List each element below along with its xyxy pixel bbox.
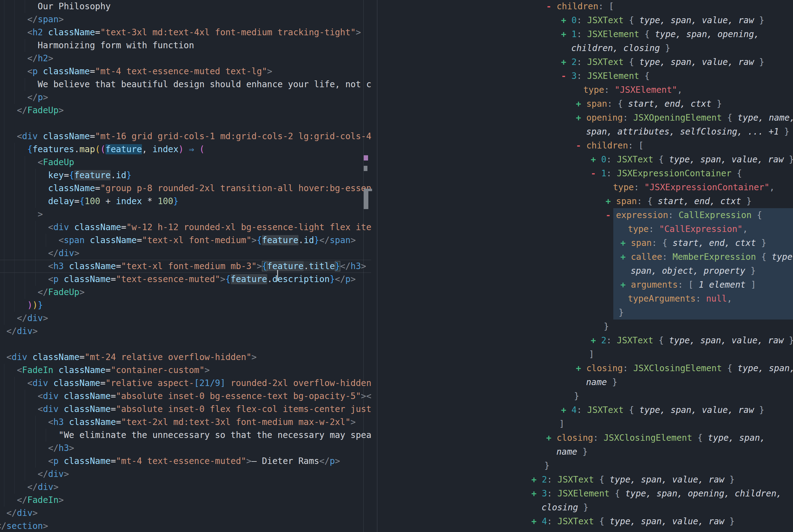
code-line[interactable]: </section> — [0, 520, 371, 532]
expand-toggle-icon[interactable]: + — [561, 29, 572, 39]
ast-node-line[interactable]: } — [377, 459, 793, 473]
expand-toggle-icon[interactable]: + — [546, 433, 557, 443]
ast-node-line[interactable]: + span: { start, end, ctxt } — [377, 236, 793, 250]
ast-node-line[interactable]: + 0: JSXText { type, span, value, raw } — [377, 13, 793, 27]
code-line[interactable]: </FadeIn> — [0, 494, 371, 507]
ast-node-line[interactable]: typeArguments: null, — [377, 292, 793, 306]
ast-node-line[interactable]: + 1: JSXElement { type, span, opening, — [377, 27, 793, 41]
code-line[interactable]: </h3> — [0, 442, 371, 455]
code-line[interactable]: Harmonizing form with function — [0, 39, 371, 52]
expand-toggle-icon[interactable]: + — [620, 238, 631, 248]
collapse-toggle-icon[interactable]: - — [546, 1, 557, 12]
collapse-toggle-icon[interactable]: - — [605, 210, 616, 220]
ast-explorer-panel[interactable]: - children: [+ 0: JSXText { type, span, … — [377, 0, 793, 532]
expand-toggle-icon[interactable]: + — [576, 363, 586, 373]
expand-toggle-icon[interactable]: + — [591, 335, 601, 345]
ast-node-line[interactable]: ] — [377, 417, 793, 431]
code-line[interactable]: <div className="absolute inset-0 bg-esse… — [0, 390, 371, 403]
ast-node-line[interactable]: + closing: JSXClosingElement { type, spa… — [377, 361, 793, 375]
expand-toggle-icon[interactable]: + — [531, 474, 542, 485]
code-line[interactable]: </FadeUp> — [0, 286, 371, 299]
ast-node-line[interactable]: + span: { start, end, ctxt } — [377, 97, 793, 111]
code-line[interactable]: <FadeIn className="container-custom"> — [0, 364, 371, 377]
ast-node-line[interactable]: + 2: JSXText { type, span, value, raw } — [377, 473, 793, 487]
code-line[interactable]: </p> — [0, 91, 371, 104]
ast-node-line[interactable]: + 2: JSXText { type, span, value, raw } — [377, 334, 793, 347]
code-line[interactable]: key={feature.id} — [0, 169, 371, 182]
expand-toggle-icon[interactable]: + — [576, 99, 586, 109]
ast-node-line[interactable]: children, closing } — [377, 41, 793, 55]
ast-node-line[interactable]: + closing: JSXClosingElement { type, spa… — [377, 431, 793, 445]
expand-toggle-icon[interactable]: + — [591, 154, 601, 165]
code-line[interactable]: className="group p-8 rounded-2xl transit… — [0, 182, 371, 195]
ast-node-line[interactable]: closing } — [377, 500, 793, 514]
ast-node-line[interactable]: + 4: JSXText { type, span, value, raw } — [377, 514, 793, 528]
code-line[interactable]: </FadeUp> — [0, 104, 371, 117]
code-line[interactable]: <div className="relative aspect-[21/9] r… — [0, 377, 371, 390]
code-line[interactable]: </div> — [0, 481, 371, 494]
code-line[interactable]: </div> — [0, 468, 371, 481]
code-line[interactable]: </div> — [0, 247, 371, 260]
expand-toggle-icon[interactable]: + — [561, 57, 572, 67]
ast-node-line[interactable]: - 1: JSXExpressionContainer { — [377, 166, 793, 180]
ast-node-line[interactable]: name } — [377, 445, 793, 459]
code-line[interactable]: > — [0, 208, 371, 221]
code-line[interactable]: Our Philosophy — [0, 0, 371, 13]
code-line[interactable] — [0, 338, 371, 351]
code-line[interactable]: <div className="mt-16 grid grid-cols-1 m… — [0, 130, 371, 143]
ast-node-line[interactable]: ] — [377, 347, 793, 361]
code-line[interactable]: <p className="mt-4 text-essence-muted">—… — [0, 455, 371, 468]
code-line[interactable] — [0, 117, 371, 130]
code-line[interactable]: <span className="text-xl font-medium">{f… — [0, 234, 371, 247]
ast-node-line[interactable]: + 3: JSXElement { type, span, opening, c… — [377, 487, 793, 500]
code-line[interactable]: delay={100 + index * 100} — [0, 195, 371, 208]
expand-toggle-icon[interactable]: + — [561, 405, 572, 415]
code-line[interactable]: </div> — [0, 325, 371, 338]
code-line[interactable]: </div> — [0, 312, 371, 325]
ast-node-line[interactable]: + callee: MemberExpression { type, — [377, 250, 793, 264]
code-line[interactable]: <p className="text-essence-muted">{featu… — [0, 273, 371, 286]
ast-node-line[interactable]: } — [377, 306, 793, 320]
collapse-toggle-icon[interactable]: - — [576, 140, 586, 151]
code-line[interactable]: <p className="mt-4 text-essence-muted te… — [0, 65, 371, 78]
code-editor-pane[interactable]: Our Philosophy </span> <h2 className="te… — [0, 0, 371, 532]
code-line[interactable]: We believe that beautiful design should … — [0, 78, 371, 91]
ast-node-line[interactable]: type: "CallExpression", — [377, 222, 793, 236]
ast-node-line[interactable]: - children: [ — [377, 138, 793, 152]
ast-node-line[interactable]: + 4: JSXText { type, span, value, raw } — [377, 403, 793, 417]
ast-node-line[interactable]: - expression: CallExpression { — [377, 208, 793, 222]
code-line[interactable]: </div> — [0, 507, 371, 520]
expand-toggle-icon[interactable]: + — [531, 488, 542, 499]
code-line[interactable]: ))} — [0, 299, 371, 312]
expand-toggle-icon[interactable]: + — [605, 196, 616, 206]
collapse-toggle-icon[interactable]: - — [591, 168, 601, 178]
code-line[interactable]: </span> — [0, 13, 371, 26]
ast-node-line[interactable]: type: "JSXExpressionContainer", — [377, 180, 793, 194]
ast-node-line[interactable]: - children: [ — [377, 0, 793, 13]
code-line[interactable]: </h2> — [0, 52, 371, 65]
ast-node-line[interactable]: + 0: JSXText { type, span, value, raw } — [377, 152, 793, 166]
ast-node-line[interactable]: span, attributes, selfClosing, ... +1 } — [377, 125, 793, 138]
ast-node-line[interactable]: name } — [377, 375, 793, 389]
code-line[interactable]: <div className="mt-24 relative overflow-… — [0, 351, 371, 364]
ast-node-line[interactable]: } — [377, 320, 793, 334]
expand-toggle-icon[interactable]: + — [620, 252, 631, 262]
ast-node-line[interactable]: + span: { start, end, ctxt } — [377, 194, 793, 208]
code-line[interactable]: "We eliminate the unnecessary so that th… — [0, 429, 371, 442]
ast-node-line[interactable]: } — [377, 389, 793, 403]
code-line[interactable]: <div className="absolute inset-0 flex fl… — [0, 403, 371, 416]
collapse-toggle-icon[interactable]: - — [561, 71, 572, 81]
ast-node-line[interactable]: + arguments: [ 1 element ] — [377, 278, 793, 292]
code-line[interactable]: <h2 className="text-3xl md:text-4xl font… — [0, 26, 371, 39]
code-line[interactable]: <h3 className="text-2xl md:text-3xl font… — [0, 416, 371, 429]
expand-toggle-icon[interactable]: + — [561, 15, 572, 25]
ast-node-line[interactable]: + opening: JSXOpeningElement { type, nam… — [377, 111, 793, 125]
ast-node-line[interactable]: type: "JSXElement", — [377, 83, 793, 97]
expand-toggle-icon[interactable]: + — [531, 516, 542, 527]
code-line[interactable]: {features.map((feature, index) ⇒ ( — [0, 143, 371, 156]
ast-node-line[interactable]: span, object, property } — [377, 264, 793, 278]
expand-toggle-icon[interactable]: + — [620, 280, 631, 290]
ast-node-line[interactable]: + 2: JSXText { type, span, value, raw } — [377, 55, 793, 69]
code-line[interactable]: <div className="w-12 h-12 rounded-xl bg-… — [0, 221, 371, 234]
expand-toggle-icon[interactable]: + — [576, 113, 586, 123]
